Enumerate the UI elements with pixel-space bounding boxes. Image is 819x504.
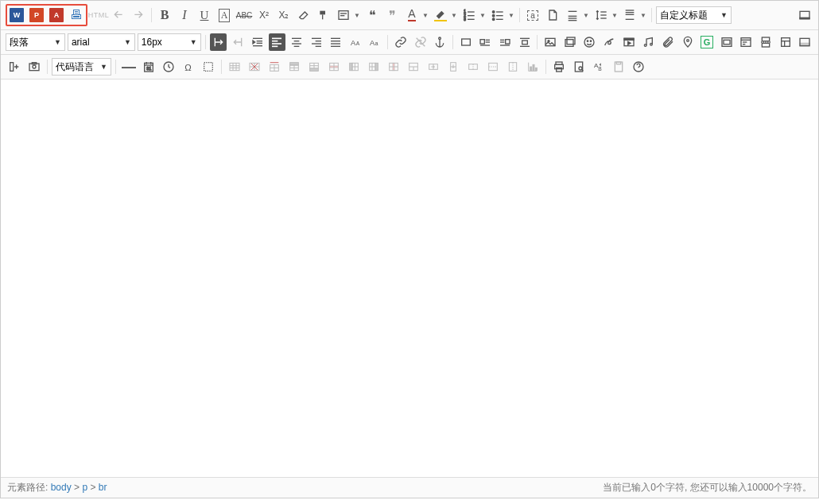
fullscreen-button[interactable]: [796, 6, 813, 24]
link-button[interactable]: [392, 33, 410, 51]
single-image-button[interactable]: [541, 33, 559, 51]
undo-button[interactable]: [110, 6, 127, 24]
blockquote-close-button[interactable]: ❞: [383, 6, 401, 24]
music-button[interactable]: [640, 33, 658, 51]
import-word-button[interactable]: W: [8, 6, 25, 24]
page-break-button[interactable]: [757, 33, 774, 51]
delete-table-button[interactable]: [246, 58, 263, 76]
align-justify-button[interactable]: [327, 33, 344, 51]
scrawl-button[interactable]: [600, 33, 618, 51]
paragraph-format-select[interactable]: 段落▼: [6, 33, 65, 51]
chevron-down-icon[interactable]: ▼: [582, 12, 590, 19]
insert-col-before-button[interactable]: [345, 58, 363, 76]
image-left-button[interactable]: [477, 33, 495, 51]
image-right-button[interactable]: [496, 33, 514, 51]
delete-col-button[interactable]: [385, 58, 402, 76]
delete-row-button[interactable]: [325, 58, 343, 76]
dir-ltr-button[interactable]: [210, 33, 227, 51]
dir-rtl-button[interactable]: [229, 33, 246, 51]
italic-button[interactable]: I: [176, 6, 193, 24]
custom-style-select[interactable]: 自定义标题▼: [656, 6, 732, 24]
map-button[interactable]: [679, 33, 697, 51]
ordered-list-button[interactable]: 123: [460, 6, 478, 24]
preview-button[interactable]: [570, 58, 588, 76]
import-ppt-button[interactable]: P: [28, 6, 45, 24]
insert-para-before-table-button[interactable]: [266, 58, 283, 76]
video-button[interactable]: [620, 33, 638, 51]
insert-col-after-button[interactable]: [365, 58, 382, 76]
subscript-button[interactable]: X₂: [275, 6, 293, 24]
path-body[interactable]: body: [51, 482, 72, 493]
select-all-button[interactable]: a: [524, 6, 541, 24]
touppercase-button[interactable]: AA: [347, 33, 364, 51]
font-family-select[interactable]: arial▼: [68, 33, 135, 51]
gmap-button[interactable]: G: [698, 33, 716, 51]
image-none-button[interactable]: [457, 33, 475, 51]
chevron-down-icon[interactable]: ▼: [421, 12, 429, 19]
line-height-button[interactable]: [592, 6, 610, 24]
path-br[interactable]: br: [99, 482, 107, 493]
blockquote-open-button[interactable]: ❝: [363, 6, 381, 24]
merge-down-button[interactable]: [444, 58, 462, 76]
search-replace-button[interactable]: AB: [590, 58, 607, 76]
font-size-select[interactable]: 16px▼: [138, 33, 201, 51]
background-button[interactable]: [796, 33, 813, 51]
superscript-button[interactable]: X²: [255, 6, 273, 24]
format-match-button[interactable]: [315, 6, 332, 24]
multi-image-button[interactable]: [561, 33, 579, 51]
time-button[interactable]: [160, 58, 177, 76]
date-button[interactable]: 31: [140, 58, 157, 76]
chevron-down-icon[interactable]: ▼: [507, 12, 515, 19]
insert-row-before-button[interactable]: [285, 58, 303, 76]
chevron-down-icon[interactable]: ▼: [611, 12, 619, 19]
word-image-button[interactable]: [200, 58, 217, 76]
chevron-down-icon[interactable]: ▼: [353, 12, 361, 19]
split-rows-button[interactable]: [484, 58, 502, 76]
merge-cells-button[interactable]: [405, 58, 422, 76]
content-editable-area[interactable]: [1, 79, 818, 477]
redo-button[interactable]: [130, 6, 147, 24]
align-right-button[interactable]: [308, 33, 325, 51]
insert-code-button[interactable]: [738, 33, 755, 51]
new-page-button[interactable]: [544, 6, 561, 24]
insert-row-after-button[interactable]: [305, 58, 323, 76]
attachment-button[interactable]: [659, 33, 677, 51]
image-center-button[interactable]: [516, 33, 534, 51]
chevron-down-icon[interactable]: ▼: [450, 12, 458, 19]
special-char-button[interactable]: Ω: [180, 58, 197, 76]
print-button[interactable]: 🖶: [68, 6, 85, 24]
split-cells-button[interactable]: [464, 58, 482, 76]
anchor-button[interactable]: [431, 33, 448, 51]
tolowercase-button[interactable]: Aa: [367, 33, 384, 51]
align-left-button[interactable]: [269, 33, 286, 51]
snapscreen-button[interactable]: [25, 58, 43, 76]
align-center-button[interactable]: [288, 33, 305, 51]
insert-table-button[interactable]: [226, 58, 243, 76]
source-html-button[interactable]: HTML: [90, 6, 107, 24]
underline-button[interactable]: U: [196, 6, 213, 24]
backcolor-button[interactable]: [432, 6, 449, 24]
chevron-down-icon[interactable]: ▼: [479, 12, 487, 19]
code-language-select[interactable]: 代码语言▼: [52, 58, 111, 76]
bold-button[interactable]: B: [156, 6, 173, 24]
unlink-button[interactable]: [412, 33, 429, 51]
eraser-button[interactable]: [295, 6, 312, 24]
insert-col-button[interactable]: [6, 58, 23, 76]
row-spacing-top-button[interactable]: [564, 6, 581, 24]
template-button[interactable]: [777, 33, 794, 51]
import-pdf-button[interactable]: A: [48, 6, 65, 24]
horizontal-rule-button[interactable]: —: [120, 58, 138, 76]
font-border-button[interactable]: A: [215, 6, 233, 24]
chart-button[interactable]: [524, 58, 541, 76]
strikethrough-button[interactable]: ABC: [235, 6, 253, 24]
print-button-2[interactable]: [550, 58, 568, 76]
autotypeset-button[interactable]: [335, 6, 352, 24]
chevron-down-icon[interactable]: ▼: [639, 12, 647, 19]
insert-frame-button[interactable]: [718, 33, 736, 51]
unordered-list-button[interactable]: [489, 6, 507, 24]
row-spacing-bottom-button[interactable]: [621, 6, 639, 24]
forecolor-button[interactable]: A: [403, 6, 421, 24]
indent-button[interactable]: [249, 33, 266, 51]
merge-right-button[interactable]: [425, 58, 442, 76]
drafts-button[interactable]: [610, 58, 627, 76]
